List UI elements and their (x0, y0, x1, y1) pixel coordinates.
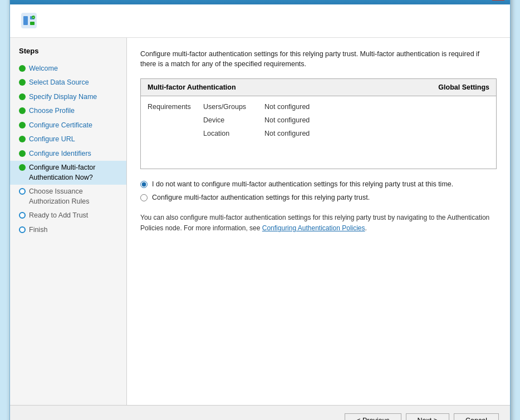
mfa-table-header: Multi-factor Authentication Global Setti… (141, 79, 496, 96)
dot-configure-url (19, 136, 26, 142)
sidebar-item-choose-profile[interactable]: Choose Profile (10, 104, 126, 118)
cancel-button[interactable]: Cancel (454, 413, 499, 420)
description-text: Configure multi-factor authentication se… (140, 49, 497, 70)
dot-configure-identifiers (19, 150, 26, 157)
radio-item-no-configure: I do not want to configure multi-factor … (140, 180, 497, 188)
content-area: Steps Welcome Select Data Source Specify… (10, 38, 510, 405)
radio-do-configure-label[interactable]: Configure multi-factor authentication se… (152, 194, 370, 201)
svg-point-9 (32, 16, 35, 19)
wizard-window: Add Relying Party Trust Wizard ✕ Steps W… (9, 0, 511, 420)
mfa-row-value-1: Not configured (264, 116, 310, 124)
mfa-table-header-right: Global Settings (438, 83, 489, 91)
mfa-row-key-2: Location (203, 130, 264, 137)
header-icon (19, 11, 39, 31)
sidebar-item-select-data-source[interactable]: Select Data Source (10, 76, 126, 90)
svg-rect-8 (30, 22, 35, 25)
dot-ready-to-add (19, 212, 26, 219)
radio-group: I do not want to configure multi-factor … (140, 180, 497, 201)
info-text-after: . (365, 224, 367, 232)
mfa-row-value-0: Not configured (264, 103, 310, 111)
sidebar-title: Steps (10, 47, 126, 62)
sidebar-item-configure-certificate[interactable]: Configure Certificate (10, 118, 126, 133)
footer: < Previous Next > Cancel (10, 405, 510, 421)
sidebar-item-configure-mfa[interactable]: Configure Multi-factor Authentication No… (10, 161, 126, 185)
dot-choose-issuance (19, 188, 26, 195)
title-bar: Add Relying Party Trust Wizard ✕ (10, 0, 510, 4)
radio-no-configure[interactable] (140, 181, 148, 188)
header-bar (10, 4, 510, 38)
dot-configure-certificate (19, 122, 26, 129)
table-row: Device Not configured (148, 116, 489, 124)
dot-finish (19, 226, 26, 233)
dot-welcome (19, 65, 26, 72)
dot-choose-profile (19, 107, 26, 114)
mfa-row-label-0: Requirements (148, 103, 203, 111)
mfa-table-header-left: Multi-factor Authentication (148, 83, 236, 91)
dot-specify-display-name (19, 93, 26, 100)
main-content: Configure multi-factor authentication se… (127, 38, 510, 405)
sidebar-item-specify-display-name[interactable]: Specify Display Name (10, 90, 126, 105)
mfa-row-key-0: Users/Groups (203, 103, 264, 111)
sidebar-item-welcome[interactable]: Welcome (10, 62, 126, 76)
dot-select-data-source (19, 79, 26, 86)
configuring-auth-policies-link[interactable]: Configuring Authentication Policies (262, 224, 365, 232)
mfa-table-body: Requirements Users/Groups Not configured… (141, 96, 496, 169)
sidebar: Steps Welcome Select Data Source Specify… (10, 38, 127, 405)
sidebar-item-configure-url[interactable]: Configure URL (10, 132, 126, 147)
dot-configure-mfa (19, 164, 26, 171)
next-button[interactable]: Next > (406, 413, 449, 420)
sidebar-item-choose-issuance[interactable]: Choose Issuance Authorization Rules (10, 185, 126, 209)
sidebar-item-configure-identifiers[interactable]: Configure Identifiers (10, 147, 126, 161)
svg-rect-6 (23, 16, 28, 25)
sidebar-item-ready-to-add[interactable]: Ready to Add Trust (10, 209, 126, 223)
sidebar-item-finish[interactable]: Finish (10, 223, 126, 238)
mfa-table: Multi-factor Authentication Global Setti… (140, 78, 497, 169)
table-row: Requirements Users/Groups Not configured (148, 103, 489, 111)
info-text: You can also configure multi-factor auth… (140, 213, 497, 234)
table-row: Location Not configured (148, 130, 489, 137)
mfa-row-value-2: Not configured (264, 130, 310, 137)
close-button[interactable]: ✕ (492, 0, 504, 1)
mfa-row-key-1: Device (203, 116, 264, 124)
radio-do-configure[interactable] (140, 194, 148, 201)
radio-no-configure-label[interactable]: I do not want to configure multi-factor … (152, 180, 453, 188)
previous-button[interactable]: < Previous (345, 413, 401, 420)
radio-item-do-configure: Configure multi-factor authentication se… (140, 194, 497, 201)
